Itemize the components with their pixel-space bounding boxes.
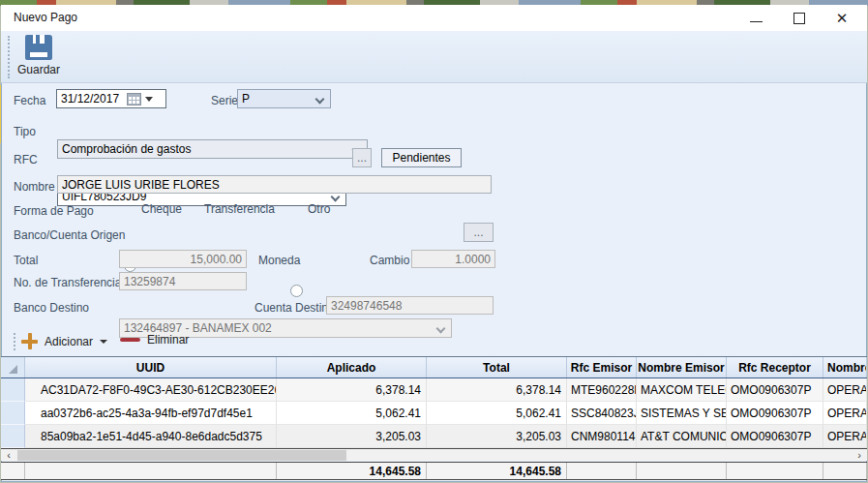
save-floppy-icon — [25, 35, 52, 60]
pendientes-button[interactable]: Pendientes — [381, 148, 462, 167]
cell-rfc-receptor: OMO0906307P — [727, 378, 823, 402]
grid-footer: 14,645.58 14,645.58 — [1, 462, 867, 480]
scrollbar-thumb[interactable] — [17, 450, 346, 461]
chevron-down-icon — [315, 95, 325, 105]
eliminar-button[interactable]: Eliminar — [120, 333, 189, 347]
column-header-total[interactable]: Total — [427, 357, 567, 377]
footer-total-total: 14,645.58 — [427, 463, 567, 479]
tipo-select[interactable]: Comprobación de gastos — [57, 139, 368, 159]
footer-selector-cell — [1, 463, 25, 479]
toolbar-grip[interactable] — [8, 36, 10, 78]
main-toolbar — [1, 31, 867, 83]
cell-aplicado: 3,205.03 — [277, 425, 427, 448]
banco-origen-browse-button: ... — [464, 223, 494, 242]
cell-total: 6,378.14 — [427, 378, 567, 402]
plus-icon — [21, 333, 38, 349]
forma-de-pago-label: Forma de Pago — [14, 204, 94, 218]
column-header-aplicado[interactable]: Aplicado — [277, 357, 427, 377]
minus-icon — [120, 338, 140, 342]
eliminar-label: Eliminar — [147, 333, 189, 347]
column-header-nombre-receptor[interactable]: Nombre Rec — [823, 357, 867, 377]
nombre-field: JORGE LUIS URIBE FLORES — [57, 175, 492, 194]
radio-otro[interactable] — [290, 285, 303, 297]
cell-rfc-emisor: CNM980114P — [567, 425, 637, 448]
close-button[interactable]: ✕ — [824, 6, 859, 30]
radio-transferencia-label[interactable]: Transferencia — [204, 202, 275, 216]
table-row[interactable]: AC31DA72-F8F0-49C3-AE30-612CB230EE26 6,3… — [1, 378, 867, 402]
banco-destino-label: Banco Destino — [14, 301, 89, 315]
column-header-rfc-emisor[interactable]: Rfc Emisor — [567, 357, 637, 377]
footer-cell — [823, 463, 867, 479]
minimize-button[interactable] — [738, 6, 773, 30]
fecha-dropdown-icon[interactable] — [145, 97, 153, 102]
tipo-value: Comprobación de gastos — [62, 142, 191, 156]
cell-nombre-emisor: SISTEMAS Y SER — [637, 402, 727, 425]
chevron-down-icon — [331, 193, 341, 202]
cell-aplicado: 5,062.41 — [277, 402, 427, 425]
cell-rfc-emisor: SSC840823J — [567, 402, 637, 425]
cell-uuid: aa0372b6-ac25-4a3a-94fb-ef97d7df45e1 — [25, 402, 277, 425]
chevron-down-icon — [436, 324, 446, 334]
calendar-icon[interactable] — [127, 93, 141, 106]
row-selector[interactable] — [1, 425, 25, 448]
cell-nombre-receptor: OPERADORA — [823, 402, 867, 425]
nombre-label: Nombre — [14, 180, 55, 194]
close-icon: ✕ — [836, 11, 849, 25]
cell-nombre-receptor: OPERADORA — [823, 378, 867, 402]
fecha-value: 31/12/2017 — [61, 92, 119, 106]
adicionar-dropdown-icon[interactable] — [100, 340, 107, 344]
cuenta-destino-field: 32498746548 — [326, 296, 494, 315]
total-label: Total — [14, 254, 38, 267]
cell-aplicado: 6,378.14 — [277, 378, 427, 402]
table-row[interactable]: aa0372b6-ac25-4a3a-94fb-ef97d7df45e1 5,0… — [1, 402, 867, 425]
fecha-label: Fecha — [14, 94, 45, 107]
cambio-field: 1.0000 — [411, 250, 495, 268]
rfc-browse-button[interactable]: ... — [352, 148, 372, 167]
horizontal-scrollbar[interactable]: ‹ › — [1, 448, 867, 461]
adicionar-label: Adicionar — [45, 335, 93, 348]
rfc-label: RFC — [14, 153, 38, 166]
column-header-uuid[interactable]: UUID — [25, 357, 277, 377]
select-all-cell[interactable] — [1, 357, 25, 377]
banco-cuenta-origen-label: Banco/Cuenta Origen — [14, 228, 125, 242]
cell-nombre-emisor: MAXCOM TELECO — [637, 378, 727, 402]
column-header-nombre-emisor[interactable]: Nombre Emisor — [637, 357, 727, 377]
select-all-triangle-icon — [9, 365, 17, 374]
scroll-left-icon[interactable]: ‹ — [1, 449, 16, 462]
save-button[interactable]: Guardar — [15, 35, 63, 79]
cuenta-destino-label: Cuenta Destino — [254, 301, 335, 315]
cambio-label: Cambio — [370, 254, 409, 267]
save-button-label: Guardar — [17, 63, 60, 76]
minimize-icon — [750, 21, 763, 22]
cell-nombre-emisor: AT&T COMUNICA — [637, 425, 727, 448]
cell-total: 3,205.03 — [427, 425, 567, 448]
radio-cheque-label[interactable]: Cheque — [141, 202, 182, 216]
titlebar[interactable] — [1, 5, 867, 31]
table-row[interactable]: 85a09ba2-1e51-4d45-a940-8e6dadc5d375 3,2… — [1, 425, 867, 448]
cell-nombre-receptor: OPERADORA — [823, 425, 867, 448]
cell-rfc-receptor: OMO0906307P — [727, 402, 823, 425]
no-transferencia-label: No. de Transferencia — [14, 276, 121, 289]
maximize-button[interactable] — [782, 6, 817, 30]
cell-uuid: AC31DA72-F8F0-49C3-AE30-612CB230EE26 — [25, 378, 277, 402]
serie-select[interactable]: P — [237, 89, 331, 108]
cell-rfc-receptor: OMO0906307P — [727, 425, 823, 448]
moneda-label: Moneda — [258, 254, 300, 267]
fecha-input[interactable]: 31/12/2017 — [56, 89, 166, 108]
cell-total: 5,062.41 — [427, 402, 567, 425]
row-selector[interactable] — [1, 402, 25, 425]
serie-label: Serie — [211, 94, 238, 107]
footer-cell — [567, 463, 637, 479]
grid-header: UUID Aplicado Total Rfc Emisor Nombre Em… — [1, 356, 867, 378]
radio-otro-label[interactable]: Otro — [308, 202, 330, 216]
grid-toolbar-grip[interactable] — [14, 333, 15, 350]
adicionar-button[interactable]: Adicionar — [21, 333, 107, 349]
scroll-right-icon[interactable]: › — [852, 449, 867, 462]
row-selector[interactable] — [1, 378, 25, 402]
column-header-rfc-receptor[interactable]: Rfc Receptor — [727, 357, 823, 377]
window-title: Nuevo Pago — [14, 11, 77, 24]
footer-cell — [637, 463, 727, 479]
cell-rfc-emisor: MTE960228K — [567, 378, 637, 402]
cell-uuid: 85a09ba2-1e51-4d45-a940-8e6dadc5d375 — [25, 425, 277, 448]
maximize-icon — [793, 13, 805, 24]
